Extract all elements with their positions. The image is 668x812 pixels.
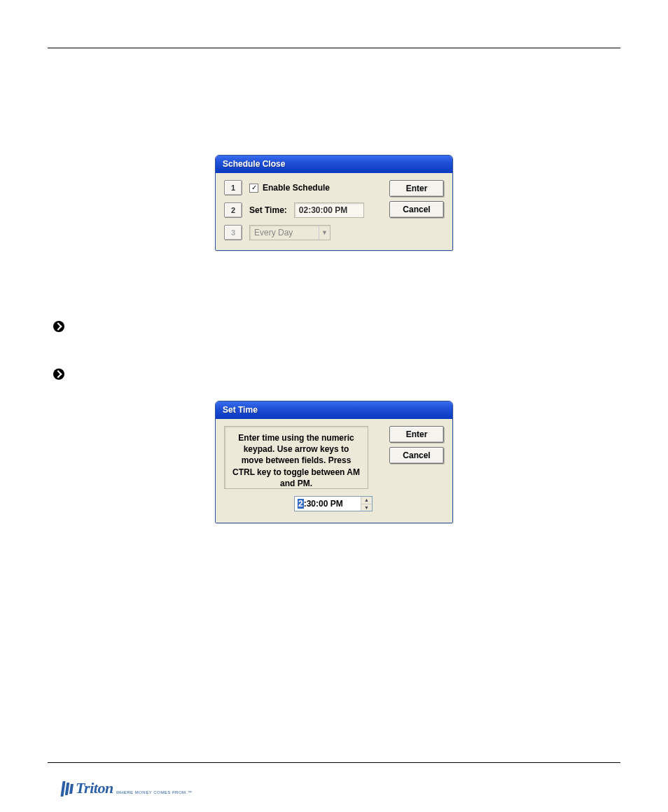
enable-schedule-checkbox[interactable]: ✓ bbox=[249, 184, 258, 193]
bullet-item-1 bbox=[53, 321, 620, 333]
time-hour-selected[interactable]: 2 bbox=[298, 499, 304, 509]
cancel-button[interactable]: Cancel bbox=[389, 201, 444, 218]
chevron-down-icon: ▼ bbox=[319, 226, 330, 240]
enter-button[interactable]: Enter bbox=[389, 180, 444, 197]
option-3-button: 3 bbox=[224, 225, 242, 240]
bullet-item-2 bbox=[53, 369, 620, 381]
set-time-dialog: Set Time Enter Cancel Enter time using t… bbox=[215, 401, 453, 523]
dialog-title: Set Time bbox=[216, 401, 452, 419]
logo-mark-icon bbox=[62, 780, 74, 797]
logo-brand-text: Triton bbox=[76, 779, 113, 797]
time-spinner[interactable]: 2:30:00 PM ▲ ▼ bbox=[294, 496, 373, 511]
dialog-title: Schedule Close bbox=[216, 156, 452, 173]
enter-button[interactable]: Enter bbox=[389, 426, 444, 443]
bottom-divider bbox=[48, 762, 620, 763]
spinner-up-icon[interactable]: ▲ bbox=[361, 497, 372, 504]
frequency-dropdown: Every Day ▼ bbox=[249, 225, 330, 240]
time-rest[interactable]: :30:00 PM bbox=[304, 499, 343, 509]
logo-tagline: WHERE MONEY COMES FROM.™ bbox=[116, 790, 193, 794]
time-spinner-field: 2:30:00 PM bbox=[295, 497, 361, 511]
spinner-down-icon[interactable]: ▼ bbox=[361, 504, 372, 511]
enable-schedule-label: Enable Schedule bbox=[263, 183, 330, 193]
set-time-label: Set Time: bbox=[249, 205, 287, 215]
option-2-button[interactable]: 2 bbox=[224, 202, 242, 218]
instruction-text: Enter time using the numeric keypad. Use… bbox=[224, 426, 368, 489]
arrow-bullet-icon bbox=[53, 369, 64, 380]
cancel-button[interactable]: Cancel bbox=[389, 447, 444, 464]
arrow-bullet-icon bbox=[53, 321, 64, 332]
schedule-close-dialog: Schedule Close Enter Cancel 1 ✓ Enable S… bbox=[215, 155, 453, 251]
triton-logo: Triton WHERE MONEY COMES FROM.™ bbox=[62, 779, 192, 797]
document-page: Schedule Close Enter Cancel 1 ✓ Enable S… bbox=[0, 0, 668, 812]
option-1-button[interactable]: 1 bbox=[224, 180, 242, 195]
frequency-dropdown-value: Every Day bbox=[250, 228, 319, 238]
set-time-value-display: 02:30:00 PM bbox=[294, 202, 364, 218]
